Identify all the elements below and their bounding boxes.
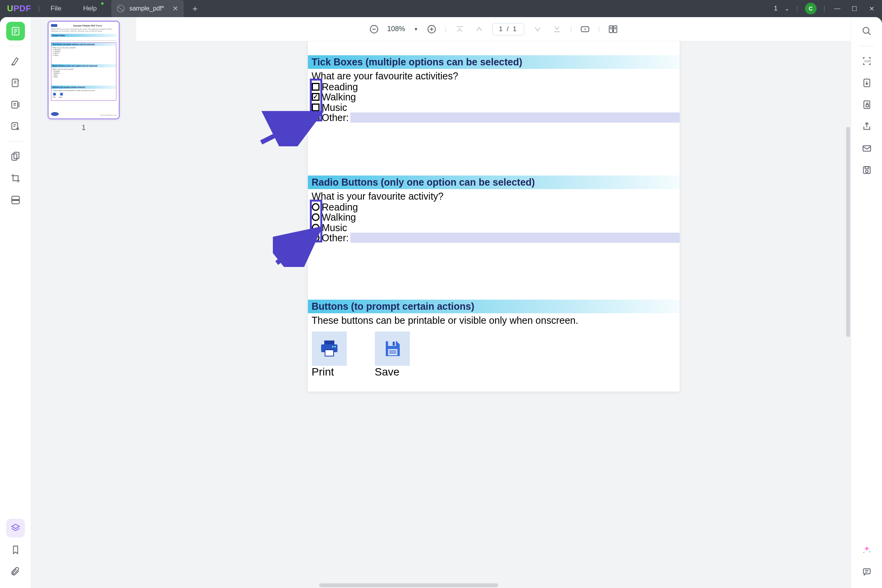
checkbox-other-input[interactable] (350, 112, 680, 123)
window-close-button[interactable]: ✕ (866, 5, 877, 12)
ai-assistant-button[interactable] (857, 541, 876, 559)
pdf-page: Tick Boxes (multiple options can be sele… (308, 41, 680, 391)
pdf-print-button[interactable] (312, 332, 347, 366)
svg-rect-15 (14, 152, 19, 158)
svg-marker-26 (585, 28, 586, 30)
checkbox-other-row: Other: (308, 112, 680, 123)
highlight-tool-button[interactable] (6, 52, 25, 70)
checkbox-walking-row: Walking (308, 92, 680, 102)
attachment-button[interactable] (6, 562, 25, 581)
separator (859, 46, 874, 46)
convert-button[interactable] (857, 74, 876, 92)
radio-music-label: Music (322, 223, 347, 233)
tab-doc-icon (117, 5, 125, 12)
svg-rect-17 (12, 199, 19, 201)
vertical-scrollbar[interactable] (846, 127, 850, 337)
prev-page-button[interactable] (473, 23, 485, 35)
separator (8, 141, 23, 142)
page-layout-button[interactable] (607, 23, 619, 35)
window-index[interactable]: 1 (774, 5, 777, 12)
window-maximize-button[interactable]: ☐ (849, 5, 859, 12)
menu-help[interactable]: Help (72, 0, 107, 17)
mini-radio-heading: Radio Buttons (only one option can be se… (51, 64, 116, 67)
first-page-button[interactable] (453, 23, 466, 35)
svg-rect-51 (863, 146, 871, 151)
next-page-button[interactable] (531, 23, 544, 35)
comment-tool-button[interactable] (6, 74, 25, 92)
svg-rect-50 (866, 105, 868, 107)
tab-title: sample_pdf* (129, 5, 164, 12)
zoom-out-button[interactable] (368, 23, 380, 35)
separator: | (570, 26, 572, 33)
save-icon (383, 340, 402, 358)
menu-file[interactable]: File (40, 0, 72, 17)
chevron-down-icon[interactable]: ⌄ (785, 5, 789, 12)
radio-buttons-heading: Radio Buttons (only one option can be se… (308, 176, 680, 189)
svg-point-45 (863, 27, 869, 33)
annotation-arrow-icon (257, 107, 323, 146)
svg-point-38 (332, 346, 334, 348)
share-button[interactable] (857, 117, 876, 136)
layers-button[interactable] (6, 519, 25, 537)
checkbox-reading-row: Reading (308, 82, 680, 92)
update-dot-icon (101, 2, 104, 5)
svg-rect-14 (12, 154, 17, 160)
reader-mode-button[interactable] (6, 22, 25, 40)
main-area: 108% ▼ | 1 / 1 | | Tick Boxes (multiple … (136, 17, 851, 588)
radio-other-input[interactable] (350, 233, 680, 243)
close-tab-button[interactable]: ✕ (172, 4, 178, 13)
crop-tool-button[interactable] (6, 169, 25, 188)
page-viewport[interactable]: Tick Boxes (multiple options can be sele… (136, 41, 851, 588)
svg-rect-41 (393, 342, 395, 346)
search-button[interactable] (857, 22, 876, 40)
checkbox-music-label: Music (322, 102, 347, 112)
mini-blurb: Fillable PDF forms can be customised to … (51, 28, 116, 32)
buttons-note: These buttons can be printable or visibl… (308, 313, 680, 328)
mini-footer-logo-icon (51, 112, 59, 116)
checkbox-reading-label: Reading (322, 82, 358, 92)
ocr-button[interactable]: OCR (857, 52, 876, 70)
edit-text-tool-button[interactable] (6, 95, 25, 114)
protect-button[interactable] (857, 95, 876, 114)
presentation-mode-button[interactable] (579, 23, 591, 35)
organize-pages-button[interactable] (6, 147, 25, 166)
right-toolbar: OCR (851, 17, 882, 588)
mini-button-note: These buttons can be printable or visibl… (53, 90, 115, 91)
left-toolbar (0, 17, 31, 588)
window-minimize-button[interactable]: — (832, 5, 842, 12)
page-indicator[interactable]: 1 / 1 (492, 23, 524, 35)
zoom-dropdown-icon[interactable]: ▼ (414, 26, 418, 32)
separator (8, 46, 23, 46)
radio-other-row: Other: (308, 233, 680, 243)
pdf-save-button[interactable] (375, 332, 410, 366)
zoom-in-button[interactable] (425, 23, 438, 35)
form-tool-button[interactable] (6, 117, 25, 136)
buttons-heading: Buttons (to prompt certain actions) (308, 300, 680, 313)
comments-panel-button[interactable] (857, 562, 876, 581)
zoom-value[interactable]: 108% (387, 25, 405, 33)
svg-rect-27 (610, 26, 613, 32)
thumbnail-page-number: 1 (82, 124, 86, 132)
redact-tool-button[interactable] (6, 191, 25, 209)
mini-logo-icon (51, 24, 57, 27)
app-logo: UPDF (7, 4, 31, 14)
logo-letters-pdf: PDF (13, 4, 31, 13)
menu-help-label: Help (83, 5, 97, 12)
bookmark-button[interactable] (6, 541, 25, 559)
document-tab[interactable]: sample_pdf* ✕ (111, 0, 184, 17)
save-as-button[interactable] (857, 161, 876, 179)
tick-boxes-heading: Tick Boxes (multiple options can be sele… (308, 55, 680, 69)
svg-rect-39 (325, 350, 334, 356)
svg-rect-28 (613, 26, 617, 32)
svg-point-55 (863, 552, 864, 553)
last-page-button[interactable] (551, 23, 563, 35)
separator: | (796, 5, 798, 12)
email-button[interactable] (857, 139, 876, 158)
view-toolbar: 108% ▼ | 1 / 1 | | (136, 17, 851, 41)
horizontal-scrollbar[interactable] (319, 583, 498, 587)
svg-rect-35 (324, 341, 334, 344)
thumbnail-panel: Sample Fillable PDF Form Fillable PDF fo… (31, 17, 136, 588)
user-avatar[interactable]: C (805, 3, 817, 14)
page-thumbnail[interactable]: Sample Fillable PDF Form Fillable PDF fo… (49, 22, 119, 118)
new-tab-button[interactable]: ＋ (191, 3, 199, 14)
